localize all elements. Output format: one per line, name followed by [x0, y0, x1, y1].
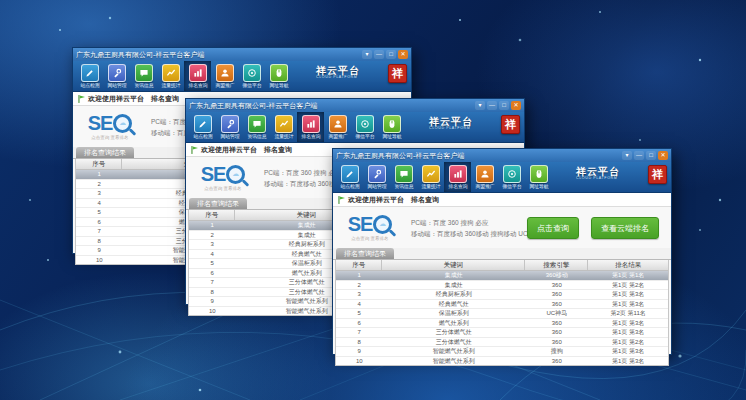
minimize-button[interactable]: — — [634, 151, 644, 160]
toolbar-item-chat[interactable]: 资讯信息 — [243, 112, 270, 142]
row-index: 9 — [189, 297, 235, 306]
toolbar-item-mouse[interactable]: 网址导航 — [525, 162, 552, 192]
toolbar-item-line-chart[interactable]: 流量统计 — [157, 61, 184, 91]
toolbar-item-line-chart[interactable]: 流量统计 — [417, 162, 444, 192]
person-icon — [476, 165, 494, 183]
row-index: 3 — [336, 290, 382, 299]
skin-button[interactable]: ▾ — [362, 50, 372, 59]
mouse-icon — [383, 115, 401, 133]
ranking-cell: 第1页 第2名 — [588, 338, 668, 347]
cloud-ranking-button[interactable]: 查看云端排名 — [591, 217, 659, 239]
toolbar-item-label: 流量统计 — [421, 185, 440, 189]
table-row[interactable]: 9智能燃气灶系列搜狗第1页 第3名 — [336, 347, 668, 357]
toolbar-item-wrench[interactable]: 网站管理 — [363, 162, 390, 192]
toolbar-item-bar-chart[interactable]: 排名查询 — [184, 61, 211, 91]
tab-strip: 排名查询结果 — [333, 248, 671, 260]
toolbar: 站点检测网站管理资讯信息流量统计排名查询商盟推广微信平台网址导航 祥云平台 CL… — [186, 112, 524, 143]
ranking-cell: 第1页 第1名 — [588, 271, 668, 280]
row-index: 2 — [189, 231, 235, 240]
toolbar-item-label: 站点检测 — [80, 84, 99, 88]
toolbar-item-wrench[interactable]: 网站管理 — [216, 112, 243, 142]
query-button[interactable]: 点击查询 — [527, 217, 579, 239]
table-row[interactable]: 8三分体燃气灶360第1页 第2名 — [336, 338, 668, 348]
table-row[interactable]: 7三分体燃气灶360第1页 第3名 — [336, 328, 668, 338]
toolbar-item-chat[interactable]: 资讯信息 — [130, 61, 157, 91]
minimize-button[interactable]: — — [374, 50, 384, 59]
column-header: 序号 — [336, 260, 382, 270]
close-button[interactable]: ✕ — [658, 151, 668, 160]
toolbar-item-globe[interactable]: 微信平台 — [498, 162, 525, 192]
toolbar-item-wrench[interactable]: 网站管理 — [103, 61, 130, 91]
titlebar[interactable]: 广东九鼎王厨具有限公司-祥云平台客户端 ▾ — □ ✕ — [333, 149, 671, 162]
skin-button[interactable]: ▾ — [475, 101, 485, 110]
titlebar[interactable]: 广东九鼎王厨具有限公司-祥云平台客户端 ▾ — □ ✕ — [186, 99, 524, 112]
maximize-button[interactable]: □ — [386, 50, 396, 59]
row-index: 7 — [189, 278, 235, 287]
brand-logo: 祥云平台 CLOUD PLATFORM 祥 — [429, 115, 520, 134]
toolbar-item-pencil[interactable]: 站点检测 — [189, 112, 216, 142]
seo-logo: SE ☁ 点击查询 查看排名 — [337, 214, 403, 241]
engine-cell: 360 — [525, 319, 588, 328]
close-button[interactable]: ✕ — [398, 50, 408, 59]
table-row[interactable]: 2集成灶360第1页 第2名 — [336, 281, 668, 291]
tab-ranking-results[interactable]: 排名查询结果 — [336, 248, 394, 259]
brand-logo: 祥云平台 CLOUD PLATFORM 祥 — [576, 165, 667, 184]
toolbar-item-pencil[interactable]: 站点检测 — [76, 61, 103, 91]
column-header: 序号 — [189, 210, 235, 220]
window-title: 广东九鼎王厨具有限公司-祥云平台客户端 — [189, 101, 475, 111]
tab-ranking-results[interactable]: 排名查询结果 — [189, 198, 247, 209]
minimize-button[interactable]: — — [487, 101, 497, 110]
tab-ranking-results[interactable]: 排名查询结果 — [76, 147, 134, 158]
toolbar-items: 站点检测网站管理资讯信息流量统计排名查询商盟推广微信平台网址导航 — [333, 162, 552, 192]
window-controls: ▾ — □ ✕ — [622, 151, 668, 160]
toolbar-item-label: 排名查询 — [188, 84, 207, 88]
toolbar: 站点检测网站管理资讯信息流量统计排名查询商盟推广微信平台网址导航 祥云平台 CL… — [333, 162, 671, 193]
line-chart-icon — [275, 115, 293, 133]
skin-button[interactable]: ▾ — [622, 151, 632, 160]
toolbar-item-label: 站点检测 — [340, 185, 359, 189]
maximize-button[interactable]: □ — [646, 151, 656, 160]
query-panel: SE ☁ 点击查询 查看排名 PC端：百度 360 搜狗 必应 移动端：百度移动… — [333, 207, 671, 248]
table-row[interactable]: 5保温柜系列UC神马第2页 第11名 — [336, 309, 668, 319]
toolbar-item-mouse[interactable]: 网址导航 — [378, 112, 405, 142]
engine-cell: 360 — [525, 338, 588, 347]
ranking-cell: 第2页 第11名 — [588, 309, 668, 318]
toolbar-item-globe[interactable]: 微信平台 — [351, 112, 378, 142]
magnifier-icon: ☁ — [113, 114, 132, 133]
toolbar-item-bar-chart[interactable]: 排名查询 — [444, 162, 471, 192]
engine-list: PC端：百度 360 搜狗 必应 移动端：百度移动 360移动 搜狗移动 UC神… — [411, 217, 541, 239]
toolbar-item-person[interactable]: 商盟推广 — [324, 112, 351, 142]
pencil-icon — [341, 165, 359, 183]
close-button[interactable]: ✕ — [511, 101, 521, 110]
table-row[interactable]: 4经典燃气灶360第1页 第3名 — [336, 300, 668, 310]
brand-subtitle: CLOUD PLATFORM — [576, 177, 617, 180]
flag-icon — [338, 196, 345, 204]
ranking-cell: 第1页 第3名 — [588, 328, 668, 337]
mouse-icon — [270, 64, 288, 82]
titlebar[interactable]: 广东九鼎王厨具有限公司-祥云平台客户端 ▾ — □ ✕ — [73, 48, 411, 61]
maximize-button[interactable]: □ — [499, 101, 509, 110]
engine-cell: UC神马 — [525, 309, 588, 318]
table-row[interactable]: 6燃气灶系列360第1页 第3名 — [336, 319, 668, 329]
toolbar-item-line-chart[interactable]: 流量统计 — [270, 112, 297, 142]
toolbar-item-person[interactable]: 商盟推广 — [471, 162, 498, 192]
engine-cell: 360 — [525, 300, 588, 309]
seo-logo: SE ☁ 点击查询 查看排名 — [77, 113, 143, 140]
table-row[interactable]: 1集成灶360移动第1页 第1名 — [336, 271, 668, 281]
toolbar-item-label: 网址导航 — [529, 185, 548, 189]
welcome-section: 排名查询 — [151, 94, 179, 104]
row-index: 2 — [76, 180, 122, 189]
window-title: 广东九鼎王厨具有限公司-祥云平台客户端 — [336, 151, 622, 161]
toolbar-item-person[interactable]: 商盟推广 — [211, 61, 238, 91]
row-index: 4 — [336, 300, 382, 309]
seo-logo-text: SE — [88, 113, 113, 133]
seo-logo-text: SE — [201, 164, 226, 184]
table-row[interactable]: 10智能燃气灶系列360第1页 第3名 — [336, 357, 668, 366]
toolbar-item-mouse[interactable]: 网址导航 — [265, 61, 292, 91]
toolbar-item-chat[interactable]: 资讯信息 — [390, 162, 417, 192]
flag-icon — [191, 146, 198, 154]
toolbar-item-bar-chart[interactable]: 排名查询 — [297, 112, 324, 142]
table-row[interactable]: 3经典厨柜系列360第1页 第3名 — [336, 290, 668, 300]
toolbar-item-pencil[interactable]: 站点检测 — [336, 162, 363, 192]
toolbar-item-globe[interactable]: 微信平台 — [238, 61, 265, 91]
